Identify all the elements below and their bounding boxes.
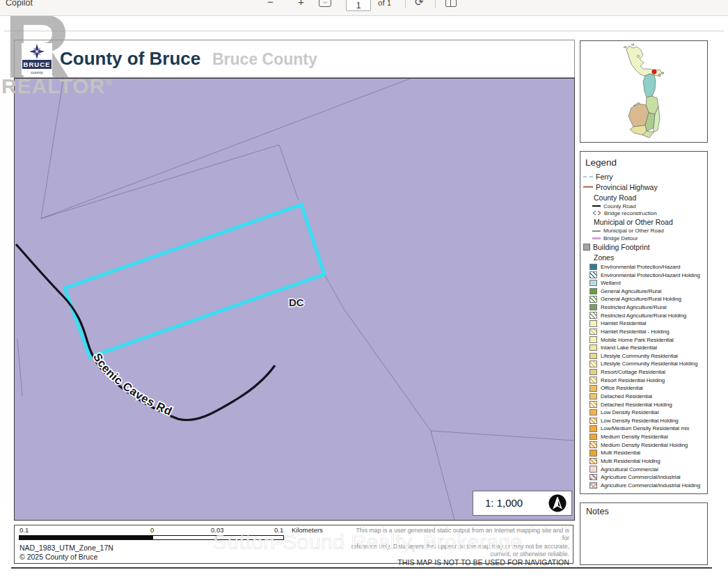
zone-swatch bbox=[589, 401, 597, 408]
zone-swatch bbox=[589, 320, 597, 327]
zone-swatch bbox=[589, 393, 597, 400]
north-arrow-icon bbox=[548, 493, 567, 513]
brokerage-watermark: Sutton-Sound Realty, Brokerage bbox=[213, 530, 523, 554]
registered-symbol: ® bbox=[105, 77, 113, 88]
rotate-icon[interactable]: ⟳ bbox=[415, 0, 424, 8]
zone-swatch bbox=[589, 450, 597, 457]
legend-zone-item: Multi Residential Holding bbox=[580, 457, 707, 466]
zone-label: Detached Residential Holding bbox=[601, 402, 672, 408]
zone-label: Hamlet Residential - Holding bbox=[601, 328, 670, 335]
toolbar-separator bbox=[435, 0, 436, 8]
legend-zone-item: Resort Residential Holding bbox=[580, 376, 707, 384]
legend-label: Municipal or Other Road bbox=[594, 218, 673, 226]
legend-zone-item: Detached Residential Holding bbox=[580, 400, 707, 409]
legend-zone-item: Office Residential bbox=[580, 384, 707, 393]
logo-text-county: county bbox=[31, 70, 43, 74]
zone-swatch bbox=[589, 466, 597, 473]
legend-zone-item: Hamlet Residential bbox=[580, 319, 707, 328]
zone-label: Low Density Residential bbox=[601, 409, 658, 415]
zone-swatch bbox=[589, 418, 597, 425]
legend-label: Municipal or Other Road bbox=[603, 228, 664, 234]
legend-zone-item: General Agriculture/Rural Holding bbox=[580, 295, 707, 303]
legend-item: Ferry bbox=[580, 171, 707, 182]
legend-zone-item: Restricted Agriculture/Rural Holding bbox=[580, 311, 707, 319]
zone-swatch bbox=[589, 288, 597, 295]
zone-label: General Agriculture/Rural Holding bbox=[601, 296, 681, 302]
zone-label: Low Density Residential Holding bbox=[601, 418, 679, 424]
bruce-peninsula-outline bbox=[624, 44, 664, 138]
zone-label: Lifestyle Community Residential bbox=[601, 353, 678, 359]
realtor-watermark-text: REALTOR bbox=[1, 74, 105, 97]
copilot-button[interactable]: Copilot bbox=[6, 0, 33, 8]
legend-zone-item: Medium Density Residential Holding bbox=[580, 441, 707, 449]
legend-zone-item: Medium Density Residential bbox=[580, 433, 707, 441]
zone-label: Agriculture Commercial/Industrial Holdin… bbox=[601, 482, 700, 489]
zoom-in-button[interactable]: + bbox=[298, 0, 304, 8]
road-label: Scenic Caves Rd bbox=[91, 351, 174, 418]
bruce-county-logo: BRUCE county bbox=[22, 43, 52, 78]
ferry-line-icon bbox=[583, 176, 593, 177]
zone-label: Inland Lake Residential bbox=[601, 345, 657, 351]
legend-zone-item: Environmental Protection/Hazard Holding bbox=[580, 271, 707, 279]
legend-zone-item: Low/Medium Density Residential mix bbox=[580, 425, 707, 433]
legend-label: Ferry bbox=[596, 173, 613, 181]
zone-label: Wetland bbox=[601, 280, 621, 286]
zone-label: Detached Residential bbox=[601, 393, 652, 399]
legend-zone-item: Hamlet Residential - Holding bbox=[580, 328, 707, 336]
zone-label-dc: DC bbox=[289, 296, 304, 308]
zone-label: Restricted Agriculture/Rural Holding bbox=[601, 312, 686, 319]
scale-ratio-label: 1: 1,000 bbox=[485, 497, 523, 509]
legend-item: Building Footprint bbox=[580, 242, 707, 253]
page-view-icon[interactable] bbox=[445, 0, 457, 7]
legend-zone-item: Lifestyle Community Residential bbox=[580, 351, 707, 360]
legend-label: Bridge reconstruction bbox=[604, 210, 657, 216]
highlighted-parcel bbox=[65, 205, 324, 357]
zone-label: Mobile Home Park Residential bbox=[601, 337, 674, 343]
zone-label: Lifestyle Community Residential Holding bbox=[601, 361, 697, 367]
scalebar-filled-segment bbox=[19, 535, 152, 540]
scale-indicator: 1: 1,000 bbox=[473, 491, 572, 516]
county-road-line-icon bbox=[592, 205, 601, 207]
bridge-reconstruction-icon bbox=[592, 210, 601, 217]
legend-label: Bridge Detour bbox=[603, 235, 638, 241]
zone-swatch bbox=[589, 264, 597, 271]
zone-label: Environmental Protection/Hazard Holding bbox=[601, 272, 700, 278]
zone-swatch bbox=[589, 361, 597, 367]
document-title: County of Bruce bbox=[60, 48, 200, 70]
page-number-input[interactable]: 1 bbox=[346, 0, 371, 11]
zone-label: Medium Density Residential bbox=[601, 434, 668, 440]
realtor-watermark: REALTOR® bbox=[1, 74, 113, 98]
zone-swatch bbox=[589, 271, 597, 278]
zone-swatch bbox=[589, 336, 597, 343]
zone-swatch bbox=[589, 296, 597, 303]
zone-swatch bbox=[589, 482, 597, 489]
legend-item: Bridge reconstruction bbox=[580, 209, 707, 216]
legend-zone-item: Restricted Agriculture/Rural bbox=[580, 303, 707, 312]
legend-zone-item: Lifestyle Community Residential Holding bbox=[580, 360, 707, 368]
legend-label: Building Footprint bbox=[593, 243, 650, 251]
legend-zone-item: Inland Lake Residential bbox=[580, 344, 707, 352]
zoom-out-button[interactable]: − bbox=[267, 0, 274, 8]
projection-label: NAD_1983_UTM_Zone_17N bbox=[19, 544, 113, 552]
zone-swatch bbox=[589, 304, 597, 311]
legend-item: Municipal or Other Road bbox=[580, 228, 707, 235]
page-top-edge bbox=[4, 31, 724, 31]
zone-label: Agricultural Commercial bbox=[601, 466, 658, 473]
legend-item: Zones bbox=[580, 253, 707, 263]
zone-swatch bbox=[589, 353, 597, 360]
zone-swatch bbox=[589, 441, 597, 448]
notes-panel: Notes bbox=[580, 502, 708, 565]
bridge-detour-line-icon bbox=[592, 237, 601, 239]
legend-label: Zones bbox=[594, 253, 614, 262]
building-footprint-icon bbox=[583, 244, 590, 251]
fit-to-width-icon[interactable]: ↔ bbox=[319, 0, 331, 7]
zone-swatch bbox=[589, 458, 597, 465]
zone-label: Multi Residential Holding bbox=[601, 458, 660, 464]
page-count-label: of 1 bbox=[378, 0, 391, 7]
legend-zone-item: General Agriculture/Rural bbox=[580, 287, 707, 295]
scalebar-label: 0 bbox=[150, 526, 154, 534]
navigation-warning: THIS MAP IS NOT TO BE USED FOR NAVIGATIO… bbox=[348, 559, 569, 567]
legend: Legend FerryProvincial HighwayCounty Roa… bbox=[580, 151, 708, 494]
zone-swatch bbox=[589, 280, 597, 287]
zone-label: Resort/Cottage Residential bbox=[601, 369, 665, 375]
